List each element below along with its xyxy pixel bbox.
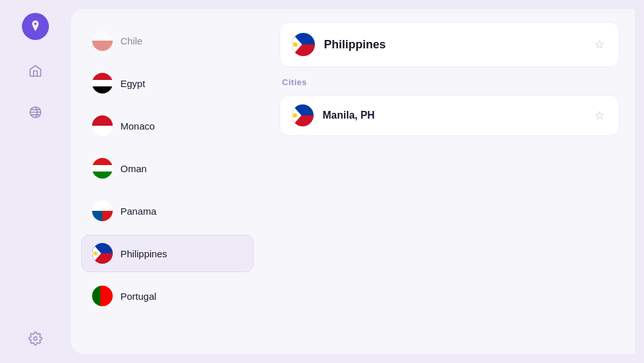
country-name-portugal: Portugal xyxy=(120,291,156,302)
city-flag-manila xyxy=(292,104,314,126)
main-content: Chile Egypt Monaco Oman Panama xyxy=(71,9,635,354)
flag-chile xyxy=(92,30,113,51)
country-name-philippines: Philippines xyxy=(120,248,167,259)
city-name-manila: Manila, PH xyxy=(323,110,375,121)
svg-point-0 xyxy=(34,23,37,25)
country-name-monaco: Monaco xyxy=(120,121,155,132)
flag-portugal xyxy=(92,286,113,306)
detail-flag-philippines xyxy=(292,33,315,56)
country-item-panama[interactable]: Panama xyxy=(81,192,254,230)
svg-point-10 xyxy=(293,43,298,47)
cities-label: Cities xyxy=(279,75,620,87)
favorite-city-button[interactable]: ☆ xyxy=(592,106,607,125)
sidebar xyxy=(0,0,71,363)
city-row-manila: Manila, PH ☆ xyxy=(279,95,620,136)
flag-monaco xyxy=(92,115,113,136)
country-name-oman: Oman xyxy=(120,163,147,174)
globe-icon[interactable] xyxy=(24,101,47,124)
favorite-country-button[interactable]: ☆ xyxy=(592,35,607,54)
country-name-panama: Panama xyxy=(120,206,156,217)
flag-philippines xyxy=(92,243,113,264)
detail-country-info: Philippines xyxy=(292,33,386,56)
country-name-egypt: Egypt xyxy=(120,78,145,89)
detail-country-row: Philippines ☆ xyxy=(279,22,620,67)
detail-country-name: Philippines xyxy=(324,38,386,52)
city-info-manila: Manila, PH xyxy=(292,104,375,126)
app-logo[interactable] xyxy=(22,13,49,40)
home-icon[interactable] xyxy=(24,59,47,83)
svg-point-6 xyxy=(93,251,97,255)
country-item-chile[interactable]: Chile xyxy=(81,22,254,59)
country-list-panel: Chile Egypt Monaco Oman Panama xyxy=(71,9,264,354)
sidebar-nav xyxy=(24,59,47,327)
country-item-egypt[interactable]: Egypt xyxy=(81,64,254,102)
country-item-monaco[interactable]: Monaco xyxy=(81,107,254,144)
country-name-chile: Chile xyxy=(120,35,142,46)
detail-panel: Philippines ☆ Cities Manila, PH ☆ xyxy=(264,9,635,354)
sidebar-bottom xyxy=(24,327,47,350)
settings-icon[interactable] xyxy=(24,327,47,350)
country-item-oman[interactable]: Oman xyxy=(81,150,254,187)
svg-point-2 xyxy=(33,337,37,340)
flag-oman xyxy=(92,158,113,179)
flag-egypt xyxy=(92,73,113,93)
country-item-philippines[interactable]: Philippines xyxy=(81,235,254,272)
country-item-portugal[interactable]: Portugal xyxy=(81,277,254,315)
flag-panama xyxy=(92,201,113,221)
svg-point-14 xyxy=(293,113,297,117)
